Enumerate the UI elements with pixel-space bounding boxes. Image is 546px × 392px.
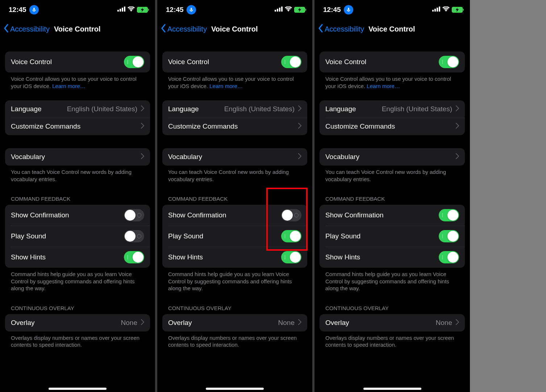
chevron-right-icon <box>456 153 459 160</box>
language-label: Language <box>168 105 199 113</box>
play-sound-toggle[interactable] <box>281 230 301 242</box>
vocabulary-group: Vocabulary <box>320 148 465 166</box>
play-sound-toggle[interactable] <box>439 230 459 242</box>
show-confirmation-row: Show Confirmation <box>5 205 150 226</box>
play-sound-toggle[interactable] <box>124 230 144 242</box>
learn-more-link[interactable]: Learn more… <box>52 83 86 89</box>
back-button[interactable]: Accessibility <box>318 24 364 34</box>
page-title: Voice Control <box>54 25 101 33</box>
customize-commands-row[interactable]: Customize Commands <box>320 118 465 135</box>
language-group: Language English (United States) Customi… <box>5 100 150 135</box>
learn-more-link[interactable]: Learn more… <box>209 83 243 89</box>
play-sound-label: Play Sound <box>11 232 46 240</box>
overlay-value: None <box>121 319 137 327</box>
show-confirmation-row: Show Confirmation <box>320 205 465 226</box>
show-hints-label: Show Hints <box>325 253 360 261</box>
page-title: Voice Control <box>368 25 415 33</box>
status-bar: 12:45 <box>157 0 312 20</box>
show-hints-row: Show Hints <box>5 247 150 268</box>
vocabulary-row[interactable]: Vocabulary <box>320 148 465 166</box>
status-time: 12:45 <box>9 6 26 14</box>
back-label: Accessibility <box>167 25 207 33</box>
language-group: Language English (United States) Customi… <box>320 100 465 135</box>
continuous-overlay-header: CONTINUOUS OVERLAY <box>162 305 307 314</box>
svg-rect-1 <box>120 9 121 12</box>
overlay-row[interactable]: Overlay None <box>5 314 150 331</box>
home-indicator[interactable] <box>206 388 264 390</box>
vocabulary-footer: You can teach Voice Control new words by… <box>5 166 150 183</box>
home-indicator[interactable] <box>49 388 107 390</box>
chevron-right-icon <box>141 319 144 326</box>
command-feedback-group: Show Confirmation Play Sound Show Hints <box>320 205 465 268</box>
continuous-overlay-footer: Overlays display numbers or names over y… <box>162 331 307 349</box>
back-button[interactable]: Accessibility <box>4 24 50 34</box>
customize-commands-row[interactable]: Customize Commands <box>162 118 307 135</box>
customize-commands-row[interactable]: Customize Commands <box>5 118 150 135</box>
command-feedback-header: COMMAND FEEDBACK <box>320 196 465 205</box>
voice-control-row: Voice Control <box>320 51 465 72</box>
home-indicator[interactable] <box>363 388 421 390</box>
svg-rect-3 <box>124 7 125 12</box>
voice-control-label: Voice Control <box>11 58 52 66</box>
show-confirmation-label: Show Confirmation <box>11 211 69 219</box>
language-row[interactable]: Language English (United States) <box>320 100 465 118</box>
chevron-right-icon <box>456 105 459 113</box>
voice-control-active-icon <box>187 5 196 14</box>
back-button[interactable]: Accessibility <box>161 24 207 34</box>
show-confirmation-label: Show Confirmation <box>168 211 226 219</box>
learn-more-link[interactable]: Learn more… <box>367 83 400 89</box>
chevron-right-icon <box>456 123 459 130</box>
cellular-signal-icon <box>275 7 283 13</box>
command-feedback-group: Show Confirmation Play Sound Show Hints <box>5 205 150 268</box>
back-label: Accessibility <box>10 25 50 33</box>
navigation-bar: Accessibility Voice Control <box>314 20 470 38</box>
play-sound-row: Play Sound <box>162 226 307 247</box>
command-feedback-group: Show Confirmation Play Sound Show Hints <box>162 205 307 268</box>
voice-control-group: Voice Control <box>5 51 150 72</box>
overlay-row[interactable]: Overlay None <box>320 314 465 331</box>
voice-control-footer: Voice Control allows you to use your voi… <box>320 72 465 89</box>
show-hints-toggle[interactable] <box>281 251 301 263</box>
vocabulary-row[interactable]: Vocabulary <box>162 148 307 166</box>
voice-control-footer: Voice Control allows you to use your voi… <box>5 72 150 89</box>
overlay-label: Overlay <box>325 319 349 327</box>
cellular-signal-icon <box>117 7 125 13</box>
continuous-overlay-group: Overlay None <box>162 314 307 331</box>
language-row[interactable]: Language English (United States) <box>162 100 307 118</box>
wifi-icon <box>442 7 450 13</box>
voice-control-toggle[interactable] <box>124 56 144 68</box>
voice-control-toggle[interactable] <box>439 56 459 68</box>
show-confirmation-toggle[interactable] <box>439 209 459 221</box>
voice-control-group: Voice Control <box>162 51 307 72</box>
language-label: Language <box>11 105 42 113</box>
continuous-overlay-footer: Overlays display numbers or names over y… <box>5 331 150 349</box>
overlay-label: Overlay <box>168 319 192 327</box>
language-label: Language <box>325 105 356 113</box>
overlay-row[interactable]: Overlay None <box>162 314 307 331</box>
chevron-right-icon <box>456 319 459 326</box>
page-title: Voice Control <box>211 25 258 33</box>
vocabulary-row[interactable]: Vocabulary <box>5 148 150 166</box>
status-bar: 12:45 <box>0 0 155 20</box>
status-bar: 12:45 <box>314 0 470 20</box>
voice-control-group: Voice Control <box>320 51 465 72</box>
svg-rect-9 <box>434 9 436 12</box>
continuous-overlay-group: Overlay None <box>5 314 150 331</box>
show-confirmation-toggle[interactable] <box>281 209 301 221</box>
continuous-overlay-header: CONTINUOUS OVERLAY <box>320 305 465 314</box>
play-sound-label: Play Sound <box>325 232 360 240</box>
svg-rect-10 <box>437 8 438 12</box>
show-confirmation-toggle[interactable] <box>124 209 144 221</box>
svg-rect-7 <box>281 7 283 12</box>
show-hints-toggle[interactable] <box>439 251 459 263</box>
voice-control-toggle[interactable] <box>281 56 301 68</box>
continuous-overlay-group: Overlay None <box>320 314 465 331</box>
show-hints-toggle[interactable] <box>124 251 144 263</box>
language-row[interactable]: Language English (United States) <box>5 100 150 118</box>
voice-control-active-icon <box>344 5 353 14</box>
chevron-left-icon <box>4 24 9 34</box>
language-group: Language English (United States) Customi… <box>162 100 307 135</box>
customize-commands-label: Customize Commands <box>325 122 395 130</box>
chevron-right-icon <box>141 123 144 130</box>
voice-control-row: Voice Control <box>5 51 150 72</box>
